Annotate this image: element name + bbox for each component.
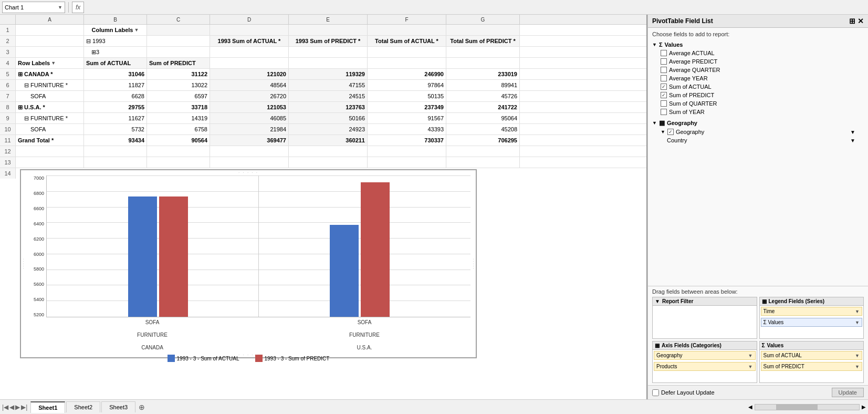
chart-name-box[interactable]: Chart 1 ▼	[2, 2, 65, 13]
scroll-right-icon[interactable]: ▶	[862, 404, 866, 410]
cell-11d: 369477	[210, 135, 289, 146]
pivot-item: Sum of PREDICT	[652, 91, 864, 99]
checkbox-sum-year[interactable]	[661, 109, 667, 115]
filter-icon-4a[interactable]: ▼	[51, 60, 56, 66]
axis-fields-title: ▦ Axis Fields (Categories)	[653, 341, 757, 350]
chart-plot-area: 5200 5400 5600 5800 6000 6200 6400 6600 …	[21, 170, 476, 317]
cell-8a: ⊞ U.S.A. *	[16, 102, 84, 112]
pivot-item: Sum of QUARTER	[652, 99, 864, 108]
sum-actual-label: Sum of ACTUAL	[764, 353, 802, 358]
checkbox-avg-predict[interactable]	[661, 58, 667, 65]
filter-icon-1b[interactable]: ▼	[134, 27, 139, 33]
table-icon: ▦	[659, 119, 665, 127]
cell-9a: ⊟ FURNITURE *	[16, 113, 84, 123]
checkbox-sum-actual[interactable]	[661, 84, 667, 90]
geography-label: Geography	[667, 120, 697, 126]
sum-actual-dropdown[interactable]: ▼	[855, 353, 860, 358]
filter-icon[interactable]: ▼	[850, 129, 855, 135]
drag-area-item-sum-predict[interactable]: Sum of PREDICT ▼	[761, 362, 863, 371]
pivot-layout-icon[interactable]: ⊞	[849, 17, 855, 25]
drag-area-item-geography[interactable]: Geography ▼	[654, 351, 756, 360]
checkbox-sum-quarter[interactable]	[661, 100, 667, 107]
drag-area-item-values-sigma[interactable]: Σ Values ▼	[761, 318, 863, 327]
drag-area-item-sum-actual[interactable]: Sum of ACTUAL ▼	[761, 351, 863, 360]
checkbox-avg-actual[interactable]	[661, 50, 667, 56]
legend-label-predict: 1993 - 3 - Sum of PREDICT	[265, 356, 330, 361]
pivot-item: Average QUARTER	[652, 66, 864, 74]
cell-5a: ⊞ CANADA *	[16, 69, 84, 79]
cell-7a: SOFA	[16, 91, 84, 101]
values-area-label: Values	[767, 343, 784, 348]
pivot-bottom-bar: Defer Layout Update Update	[648, 385, 868, 399]
hscroll-thumb[interactable]	[776, 405, 818, 410]
drag-area-item-products[interactable]: Products ▼	[654, 362, 756, 371]
sigma-values-dropdown[interactable]: ▼	[855, 320, 860, 325]
checkbox-geography[interactable]	[667, 129, 674, 135]
pivot-title: PivotTable Field List	[652, 17, 713, 25]
tab-prev-icon[interactable]: ◀	[9, 403, 14, 411]
checkbox-avg-quarter[interactable]	[661, 67, 667, 73]
cell-8c: 33718	[147, 102, 210, 112]
report-filter-box: ▼ Report Filter	[652, 297, 757, 339]
table-row: 3 ⊞ 3	[0, 47, 646, 58]
hscroll-track[interactable]	[755, 404, 860, 410]
item-label: Geography	[676, 129, 704, 135]
tab-last-icon[interactable]: ▶|	[21, 403, 27, 411]
defer-checkbox[interactable]	[652, 389, 659, 396]
item-label: Sum of PREDICT	[669, 92, 714, 98]
pivot-header-icons: ⊞ ✕	[849, 17, 864, 25]
geography-dropdown[interactable]: ▼	[748, 353, 753, 358]
cell-3e	[289, 47, 368, 57]
cell-4b: Sum of ACTUAL	[84, 58, 147, 68]
pivot-panel: PivotTable Field List ⊞ ✕ Choose fields …	[647, 15, 868, 399]
sheet-tab-sheet3[interactable]: Sheet3	[101, 401, 135, 412]
row-num-6: 6	[0, 80, 16, 90]
sheet-tab-sheet2[interactable]: Sheet2	[66, 401, 100, 412]
pivot-item: Average ACTUAL	[652, 49, 864, 57]
geography-item-label: Geography	[656, 353, 682, 358]
cell-11f: 730337	[368, 135, 446, 146]
time-dropdown[interactable]: ▼	[855, 309, 860, 314]
cell-1b: Column Labels ▼	[84, 25, 147, 35]
drag-area-item-time[interactable]: Time ▼	[761, 307, 863, 316]
report-filter-area[interactable]	[653, 306, 757, 338]
formula-button[interactable]: fx	[72, 2, 84, 13]
cell-7d: 26720	[210, 91, 289, 101]
filter-icon[interactable]: ▼	[850, 138, 855, 143]
update-button[interactable]: Update	[832, 388, 864, 397]
tab-navigation: |◀ ◀ ▶ ▶|	[2, 403, 27, 411]
sheet-tab-sheet1[interactable]: Sheet1	[30, 401, 65, 413]
checkbox-avg-year[interactable]	[661, 75, 667, 81]
scroll-left-icon[interactable]: ◀	[748, 404, 752, 410]
products-dropdown[interactable]: ▼	[748, 364, 753, 369]
pivot-item: Average YEAR	[652, 74, 864, 82]
table-row: 9 ⊟ FURNITURE * 11627 14319 46085 50166 …	[0, 113, 646, 124]
item-label: Sum of YEAR	[669, 109, 705, 115]
chart-name-dropdown-icon[interactable]: ▼	[58, 5, 62, 10]
horizontal-scrollbar: ◀ ▶	[748, 404, 866, 410]
tab-next-icon[interactable]: ▶	[15, 403, 20, 411]
pivot-close-icon[interactable]: ✕	[857, 17, 864, 25]
pivot-geography-header: ▼ ▦ Geography	[652, 118, 864, 128]
row-num-5: 5	[0, 69, 16, 79]
chart-container[interactable]: · · · · · · · · · · · · · · · · · · · · …	[20, 169, 477, 358]
cell-1c	[147, 25, 210, 35]
tab-first-icon[interactable]: |◀	[2, 403, 8, 411]
cell-2a	[16, 36, 84, 46]
cell-11c: 90564	[147, 135, 210, 146]
table-row: 5 ⊞ CANADA * 31046 31122 121020 119329 2…	[0, 69, 646, 80]
cell-9e: 50166	[289, 113, 368, 123]
cell-9g: 95064	[446, 113, 520, 123]
sigma-icon: Σ	[659, 42, 663, 48]
chart-row: 14 · · · · · · · · · · · · · · · · · · ·…	[0, 168, 646, 359]
pivot-item: Sum of YEAR	[652, 108, 864, 116]
pivot-item: ▼ Geography ▼	[652, 128, 864, 136]
sum-predict-dropdown[interactable]: ▼	[855, 364, 860, 369]
add-sheet-icon[interactable]: ⊕	[137, 403, 147, 411]
row-num-header	[0, 15, 16, 24]
spreadsheet: A B C D E F G 1 Column Labels ▼	[0, 15, 647, 399]
cell-2e: 1993 Sum of PREDICT *	[289, 36, 368, 46]
item-label: Average QUARTER	[669, 67, 720, 73]
col-header-c: C	[147, 15, 210, 24]
checkbox-sum-predict[interactable]	[661, 92, 667, 98]
